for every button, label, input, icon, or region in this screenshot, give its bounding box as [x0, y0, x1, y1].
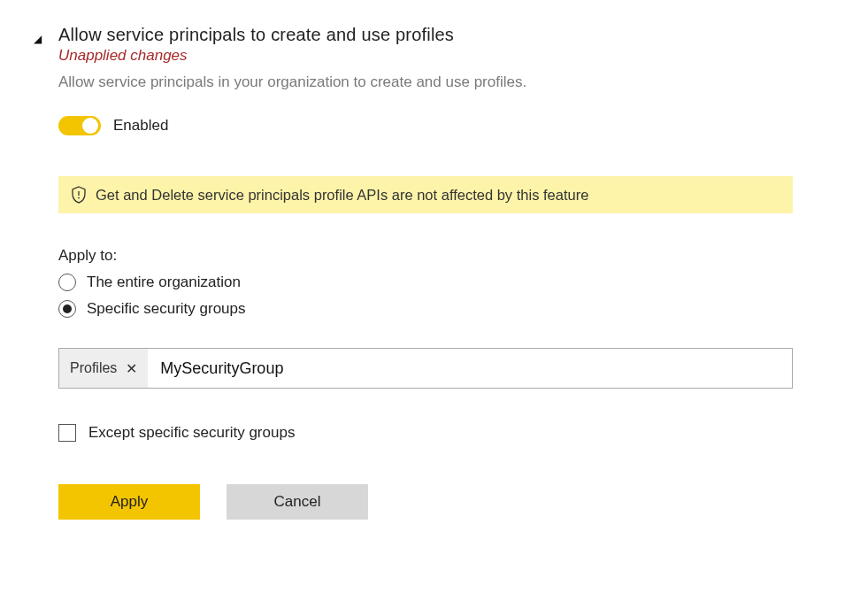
radio-icon: [58, 300, 76, 318]
info-notice: Get and Delete service principals profil…: [58, 176, 793, 213]
cancel-button[interactable]: Cancel: [227, 484, 368, 520]
radio-entire-organization[interactable]: The entire organization: [58, 274, 793, 291]
except-specific-groups-checkbox-row[interactable]: Except specific security groups: [58, 424, 793, 442]
apply-button[interactable]: Apply: [58, 484, 200, 520]
security-groups-input-container[interactable]: Profiles ✕: [58, 348, 793, 389]
collapse-toggle-icon[interactable]: ◢: [34, 33, 42, 45]
setting-title: Allow service principals to create and u…: [58, 25, 793, 45]
security-groups-input[interactable]: [148, 349, 792, 388]
radio-specific-security-groups[interactable]: Specific security groups: [58, 300, 793, 318]
svg-point-1: [78, 197, 80, 199]
apply-to-label: Apply to:: [58, 247, 793, 265]
remove-chip-icon[interactable]: ✕: [126, 360, 137, 377]
radio-icon: [58, 274, 76, 291]
info-shield-icon: [71, 186, 87, 204]
radio-label: Specific security groups: [87, 300, 246, 318]
info-notice-text: Get and Delete service principals profil…: [96, 187, 588, 204]
setting-description: Allow service principals in your organiz…: [58, 73, 793, 91]
security-group-chip: Profiles ✕: [59, 349, 148, 388]
except-checkbox-label: Except specific security groups: [88, 424, 295, 442]
radio-label: The entire organization: [87, 274, 241, 291]
enabled-toggle[interactable]: [58, 116, 101, 135]
checkbox-icon: [58, 424, 76, 442]
chip-label: Profiles: [70, 360, 117, 376]
unapplied-changes-label: Unapplied changes: [58, 47, 793, 65]
enabled-toggle-label: Enabled: [113, 117, 168, 135]
